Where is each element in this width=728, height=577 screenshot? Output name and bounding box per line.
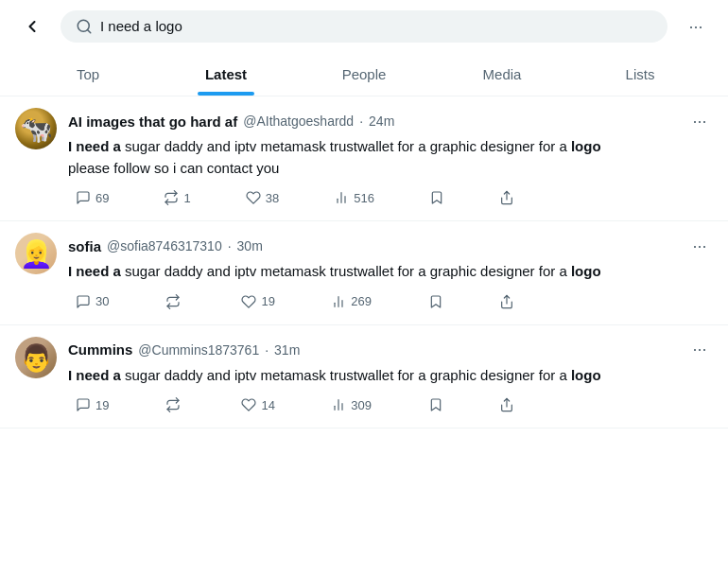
tab-lists[interactable]: Lists — [571, 53, 709, 96]
tweet-more-button[interactable]: ··· — [686, 108, 713, 134]
tweet-text-middle: sugar daddy and iptv metamask trustwalle… — [121, 138, 571, 154]
views-count: 516 — [354, 191, 374, 205]
header: I need a logo ··· — [0, 0, 728, 53]
retweet-button[interactable]: 1 — [156, 186, 198, 209]
retweet-icon — [165, 294, 181, 309]
search-query-text: I need a logo — [100, 18, 652, 34]
retweet-button[interactable] — [158, 393, 193, 416]
tweet-more-button[interactable]: ··· — [686, 233, 713, 259]
like-button[interactable]: 14 — [234, 393, 282, 416]
share-icon — [499, 294, 514, 309]
like-button[interactable]: 19 — [234, 290, 282, 313]
views-button[interactable]: 309 — [323, 393, 379, 416]
handle: @sofia8746317310 — [107, 238, 222, 254]
tweet-header: Cummins @Cummins1873761 · 31m ··· — [68, 337, 713, 363]
share-button[interactable] — [492, 393, 522, 416]
retweet-icon — [165, 397, 181, 412]
tabs-bar: Top Latest People Media Lists — [0, 53, 728, 96]
tweet-actions: 19 14 309 — [68, 393, 522, 416]
bookmark-icon — [428, 397, 443, 412]
views-count: 269 — [351, 294, 372, 308]
handle: @Cummins1873761 — [138, 342, 259, 358]
tweet-text: I need a sugar daddy and iptv metamask t… — [68, 365, 713, 387]
tweet-text: I need a sugar daddy and iptv metamask t… — [68, 136, 713, 179]
share-icon — [499, 397, 514, 412]
share-button[interactable] — [492, 290, 522, 313]
tweet-text-bold-suffix: logo — [571, 138, 601, 154]
bookmark-button[interactable] — [421, 393, 451, 416]
reply-button[interactable]: 69 — [68, 186, 116, 209]
views-icon — [331, 294, 346, 309]
share-icon — [499, 190, 514, 205]
tweet-body: AI images that go hard af @AIthatgoeshar… — [68, 108, 713, 209]
search-bar[interactable]: I need a logo — [61, 10, 667, 44]
tweet-text-bold-suffix: logo — [571, 367, 601, 383]
reply-button[interactable]: 30 — [68, 290, 116, 313]
views-icon — [331, 397, 346, 412]
reply-count: 69 — [95, 191, 109, 205]
tweet-text: I need a sugar daddy and iptv metamask t… — [68, 261, 713, 283]
tweet-actions: 69 1 38 516 — [68, 186, 522, 209]
tweet-more-button[interactable]: ··· — [686, 337, 713, 363]
views-button[interactable]: 269 — [323, 290, 379, 313]
like-icon — [241, 397, 256, 412]
timestamp: 24m — [369, 114, 394, 129]
like-button[interactable]: 38 — [238, 186, 286, 209]
avatar — [15, 337, 57, 378]
like-count: 38 — [266, 191, 279, 205]
display-name: sofia — [68, 238, 101, 254]
tab-people[interactable]: People — [295, 53, 433, 96]
tweet-user-info: sofia @sofia8746317310 · 30m — [68, 238, 263, 254]
share-button[interactable] — [492, 186, 522, 209]
avatar — [15, 108, 57, 149]
tab-latest[interactable]: Latest — [157, 53, 295, 96]
reply-icon — [76, 190, 91, 205]
bookmark-button[interactable] — [421, 290, 451, 313]
back-button[interactable] — [15, 9, 49, 44]
svg-line-1 — [87, 30, 90, 33]
tweet-text-bold-prefix: I need a — [68, 367, 121, 383]
tweet-body: sofia @sofia8746317310 · 30m ··· I need … — [68, 233, 713, 313]
reply-icon — [76, 294, 91, 309]
display-name: Cummins — [68, 341, 132, 358]
bookmark-button[interactable] — [422, 186, 452, 209]
views-count: 309 — [351, 398, 372, 412]
tweet-text-bold-suffix: logo — [571, 263, 601, 279]
tweet-text-bold-prefix: I need a — [68, 138, 121, 154]
reply-count: 19 — [95, 398, 109, 412]
tweet-user-info: AI images that go hard af @AIthatgoeshar… — [68, 114, 394, 130]
timestamp: 31m — [274, 342, 300, 358]
retweet-button[interactable] — [158, 290, 193, 313]
tweet-actions: 30 19 269 — [68, 290, 522, 313]
tweet-text-middle: sugar daddy and iptv metamask trustwalle… — [121, 367, 571, 383]
like-icon — [246, 190, 261, 205]
tweet-text-bold-prefix: I need a — [68, 263, 121, 279]
search-icon — [76, 18, 93, 36]
tweet-user-info: Cummins @Cummins1873761 · 31m — [68, 341, 300, 358]
dot: · — [228, 238, 232, 254]
views-icon — [334, 190, 349, 205]
reply-count: 30 — [95, 294, 109, 308]
dot: · — [265, 342, 269, 358]
reply-button[interactable]: 19 — [68, 393, 116, 416]
retweet-count: 1 — [183, 191, 190, 205]
tweet-body: Cummins @Cummins1873761 · 31m ··· I need… — [68, 337, 713, 417]
tweet-text-extra: please follow so i can contact you — [68, 160, 279, 176]
tweet-card: Cummins @Cummins1873761 · 31m ··· I need… — [0, 325, 728, 429]
timestamp: 30m — [237, 238, 263, 254]
views-button[interactable]: 516 — [326, 186, 382, 209]
like-icon — [241, 294, 256, 309]
bookmark-icon — [428, 294, 443, 309]
tweet-card: sofia @sofia8746317310 · 30m ··· I need … — [0, 221, 728, 325]
tweet-header: AI images that go hard af @AIthatgoeshar… — [68, 108, 713, 134]
handle: @AIthatgoeshardd — [243, 114, 354, 129]
bookmark-icon — [429, 190, 444, 205]
more-options-button[interactable]: ··· — [679, 9, 713, 44]
tweet-header: sofia @sofia8746317310 · 30m ··· — [68, 233, 713, 259]
tweet-text-middle: sugar daddy and iptv metamask trustwalle… — [121, 263, 571, 279]
dot: · — [359, 114, 363, 129]
tab-top[interactable]: Top — [19, 53, 157, 96]
reply-icon — [76, 397, 91, 412]
display-name: AI images that go hard af — [68, 114, 237, 130]
tab-media[interactable]: Media — [433, 53, 571, 96]
